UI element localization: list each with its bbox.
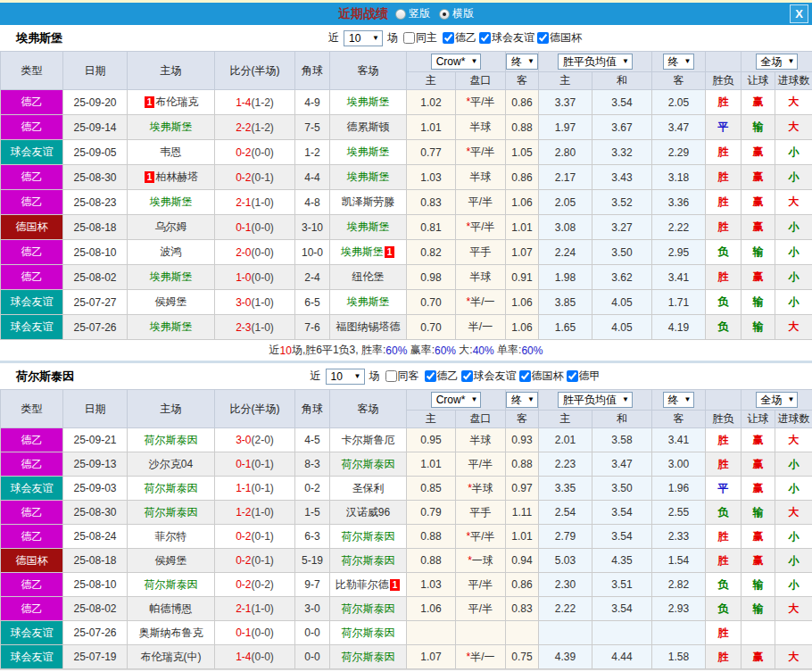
match-type-label: 德乙 xyxy=(21,95,43,108)
league-checkbox-0[interactable] xyxy=(425,370,436,382)
summary-segment: 大: xyxy=(456,343,473,358)
match-date: 25-07-26 xyxy=(63,621,128,645)
scope-select[interactable]: 全场▼ xyxy=(756,54,799,70)
handicap: 平/半 xyxy=(456,190,506,215)
summary-segment: 单率: xyxy=(494,343,522,358)
match-type-label: 德国杯 xyxy=(16,220,48,233)
mean-final-select[interactable]: 终▼ xyxy=(663,392,695,408)
layout-radio-0[interactable]: 竖版 xyxy=(395,6,430,21)
match-type-label: 德乙 xyxy=(21,458,43,470)
mean-away: 2.93 xyxy=(652,597,706,621)
match-score: 2-3(1-0) xyxy=(215,315,295,340)
league-filter-0[interactable]: 德乙 xyxy=(422,369,459,384)
result-goals: 小 xyxy=(775,240,812,265)
match-row: 德乙25-09-14埃弗斯堡2-2(1-2)7-5德累斯顿1.01半球0.881… xyxy=(1,115,812,140)
same-venue-checkbox[interactable] xyxy=(403,32,415,44)
league-label: 德国杯 xyxy=(532,369,564,384)
matches-tbody: 德乙25-09-21荷尔斯泰因3-0(2-0)4-5卡尔斯鲁厄0.95半球0.9… xyxy=(1,428,812,669)
league-filter-2[interactable]: 德国杯 xyxy=(534,30,582,46)
mean-draw: 4.05 xyxy=(592,315,652,340)
halftime-score: (1-2) xyxy=(252,96,274,109)
scope-select[interactable]: 全场▼ xyxy=(756,392,799,408)
col-header-date: 日期 xyxy=(63,390,128,428)
same-venue-checkbox[interactable] xyxy=(385,370,397,382)
away-team-name: 比勒菲尔德 xyxy=(336,578,389,591)
mean-type-select[interactable]: 胜平负均值▼ xyxy=(558,54,633,70)
league-filter-0[interactable]: 德乙 xyxy=(440,30,476,46)
league-filter-3[interactable]: 德甲 xyxy=(564,369,601,384)
league-checkbox-3[interactable] xyxy=(567,370,578,382)
result-outcome: 胜 xyxy=(706,452,742,477)
games-count-select[interactable]: 10▼ xyxy=(344,30,383,46)
mean-final-select[interactable]: 终▼ xyxy=(663,54,695,70)
odds-away: 1.01 xyxy=(506,525,539,549)
odds-final-select[interactable]: 终▼ xyxy=(506,392,538,408)
result-outcome: 负 xyxy=(706,597,742,621)
handicap: 平/半 xyxy=(456,452,506,477)
corner-score: 5-19 xyxy=(295,549,330,573)
result-handicap: 输 xyxy=(742,573,775,597)
match-row: 德乙25-09-21荷尔斯泰因3-0(2-0)4-5卡尔斯鲁厄0.95半球0.9… xyxy=(1,428,812,452)
home-team: 帕德博恩 xyxy=(128,597,215,621)
mean-home: 5.03 xyxy=(539,549,592,573)
close-button[interactable]: X xyxy=(790,4,808,23)
result-spacer-header xyxy=(706,52,742,72)
layout-radio-1[interactable]: 横版 xyxy=(439,6,474,21)
league-checkbox-1[interactable] xyxy=(479,32,491,44)
radio-icon[interactable] xyxy=(439,9,450,20)
mean-home: 2.54 xyxy=(539,501,592,525)
result-goals: 小 xyxy=(775,265,812,290)
handicap: 半/一 xyxy=(456,315,506,340)
odds-source-select[interactable]: Crow*▼ xyxy=(431,392,482,408)
team-section: 荷尔斯泰因 近 10▼ 场 同客 德乙球会友谊德国杯德甲 xyxy=(0,361,812,669)
match-date: 25-07-19 xyxy=(63,645,128,669)
match-row: 德国杯25-08-18侯姆堡0-2(0-1)5-19荷尔斯泰因0.88*一球0.… xyxy=(1,549,812,573)
result-outcome: 胜 xyxy=(706,90,742,115)
odds-home: 1.03 xyxy=(407,165,456,190)
col-header-type: 类型 xyxy=(1,52,63,90)
match-type-label: 德国杯 xyxy=(16,554,48,567)
halftime-score: (0-0) xyxy=(252,146,274,159)
odds-home: 1.01 xyxy=(407,115,456,140)
mean-home: 3.08 xyxy=(539,215,592,240)
same-venue-filter[interactable]: 同主 xyxy=(401,30,437,46)
home-team: 埃弗斯堡 xyxy=(128,115,215,140)
league-filter-1[interactable]: 球会友谊 xyxy=(476,30,534,46)
radio-icon[interactable] xyxy=(395,9,406,20)
mean-home: 3.37 xyxy=(539,90,592,115)
titlebar: 近期战绩 竖版横版 X xyxy=(0,3,812,25)
league-checkbox-2[interactable] xyxy=(537,32,549,44)
handicap: *半/一 xyxy=(456,290,506,315)
filter-controls: 近 10▼ 场 同客 德乙球会友谊德国杯德甲 xyxy=(212,369,601,385)
odds-source-select[interactable]: Crow*▼ xyxy=(431,54,482,70)
home-team: 布伦瑞克(中) xyxy=(128,645,215,669)
result-handicap: 输 xyxy=(742,290,775,315)
matches-table: 类型 日期 主场 比分(半场) 角球 客场 Crow*▼ 终▼ 胜平负均值▼ xyxy=(0,389,812,669)
mean-away: 3.47 xyxy=(652,115,706,140)
result-goals xyxy=(775,621,812,645)
result-handicap xyxy=(742,621,775,645)
league-filter-1[interactable]: 球会友谊 xyxy=(459,369,517,384)
same-venue-filter[interactable]: 同客 xyxy=(383,369,419,384)
halftime-score: (0-0) xyxy=(252,246,274,259)
mean-draw: 3.43 xyxy=(592,165,652,190)
fulltime-score: 2-1 xyxy=(236,196,251,209)
games-count-select[interactable]: 10▼ xyxy=(326,369,365,385)
match-score: 0-2(0-1) xyxy=(215,549,295,573)
league-checkbox-1[interactable] xyxy=(461,370,473,382)
match-score: 1-2(1-0) xyxy=(215,501,295,525)
mean-draw: 3.51 xyxy=(592,573,652,597)
result-outcome: 负 xyxy=(706,501,742,525)
mean-away: 2.55 xyxy=(652,501,706,525)
league-checkbox-2[interactable] xyxy=(519,370,531,382)
odds-final-select[interactable]: 终▼ xyxy=(506,54,538,70)
result-handicap: 赢 xyxy=(742,452,775,477)
result-outcome: 负 xyxy=(706,290,742,315)
mean-type-select[interactable]: 胜平负均值▼ xyxy=(558,392,633,408)
league-filter-2[interactable]: 德国杯 xyxy=(517,369,564,384)
halftime-score: (0-1) xyxy=(252,530,274,543)
result-outcome: 胜 xyxy=(706,549,742,573)
league-checkbox-0[interactable] xyxy=(443,32,454,44)
mean-away: 3.41 xyxy=(652,265,706,290)
mean-home: 2.79 xyxy=(539,525,592,549)
